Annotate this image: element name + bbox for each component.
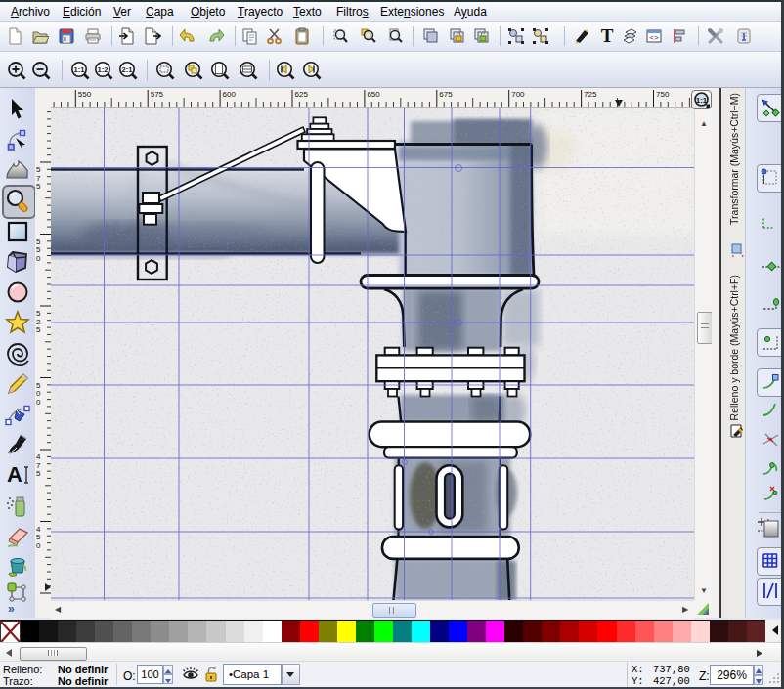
svg-text:725: 725 bbox=[584, 90, 597, 99]
svg-text:1:2: 1:2 bbox=[97, 65, 108, 74]
svg-text:2:1: 2:1 bbox=[121, 65, 132, 74]
svg-text:750: 750 bbox=[656, 90, 670, 99]
svg-text:0: 0 bbox=[36, 398, 41, 407]
svg-text:550: 550 bbox=[78, 90, 92, 99]
svg-text:0: 0 bbox=[36, 254, 41, 263]
svg-text:5: 5 bbox=[36, 182, 41, 191]
svg-text:600: 600 bbox=[223, 90, 237, 99]
svg-text:1:1: 1:1 bbox=[696, 96, 708, 105]
svg-text:575: 575 bbox=[151, 90, 164, 99]
svg-text:625: 625 bbox=[295, 90, 309, 99]
svg-text:A: A bbox=[7, 462, 22, 487]
svg-text:T: T bbox=[601, 27, 614, 45]
svg-text:1:1: 1:1 bbox=[73, 65, 84, 74]
svg-text:700: 700 bbox=[511, 90, 525, 99]
svg-text:650: 650 bbox=[367, 90, 380, 99]
svg-text:675: 675 bbox=[439, 90, 453, 99]
svg-text:<>: <> bbox=[649, 33, 659, 42]
svg-text:5: 5 bbox=[36, 469, 41, 478]
svg-text:5: 5 bbox=[36, 325, 41, 334]
svg-text:0: 0 bbox=[36, 541, 41, 550]
